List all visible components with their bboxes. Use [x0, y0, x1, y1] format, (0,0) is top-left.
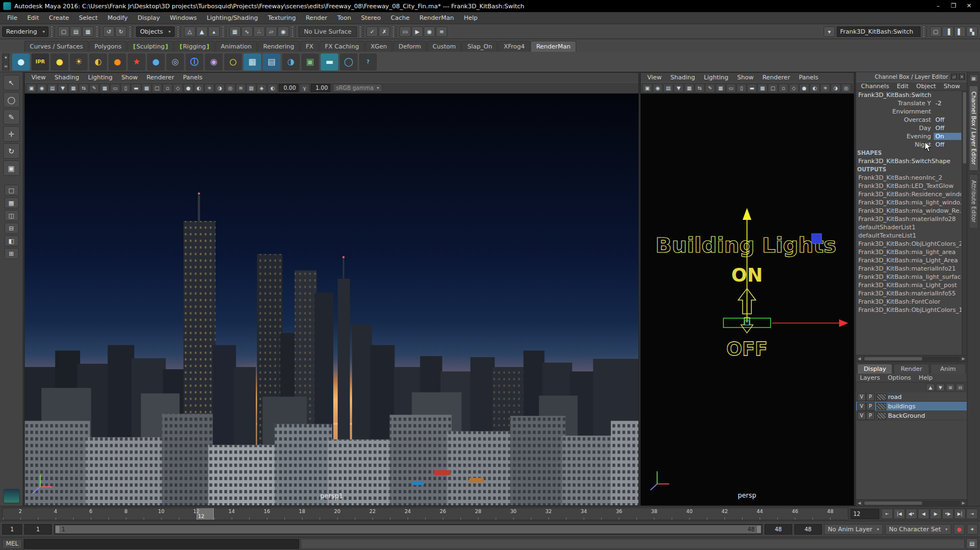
command-line-input[interactable]: [24, 539, 299, 549]
pxr-sphere-light-icon[interactable]: ●: [51, 53, 68, 71]
shaded-icon[interactable]: ●: [799, 84, 809, 93]
make-live-icon[interactable]: ◉: [278, 26, 289, 37]
viewport-menu-item[interactable]: Show: [117, 74, 142, 81]
output-node-name[interactable]: Frank3D_KitBash:mia_light_windo...: [856, 198, 961, 207]
shadows-icon[interactable]: ◑: [215, 84, 225, 93]
output-node-name[interactable]: defaultShaderList1: [856, 223, 961, 231]
gamma-icon[interactable]: γ: [300, 84, 310, 93]
move-tool-icon[interactable]: ✛: [3, 126, 20, 142]
output-node-name[interactable]: Frank3D_KitBash:mia_Light_Area: [856, 256, 961, 265]
open-render-view-icon[interactable]: ▭: [399, 26, 411, 37]
channel-box-toggle-icon[interactable]: ▚: [966, 26, 978, 37]
layer-row[interactable]: V P buildings: [856, 402, 967, 411]
layer-row[interactable]: V P road: [856, 392, 967, 402]
channel-box-menu-item[interactable]: Channels: [857, 83, 893, 90]
hscroll-thumb[interactable]: [864, 502, 922, 505]
play-forward-button[interactable]: ▶: [930, 509, 941, 519]
image-plane-icon[interactable]: ▦: [68, 84, 78, 93]
film-gate-icon[interactable]: ▭: [726, 84, 736, 93]
no-construction-history-icon[interactable]: ✗: [378, 26, 390, 37]
dock-menu-icon[interactable]: ▦: [970, 74, 978, 82]
pxr-surface-material-icon[interactable]: ●: [147, 53, 165, 71]
select-by-object-icon[interactable]: ▲: [196, 26, 208, 37]
output-node-name[interactable]: Frank3D_KitBash:materialInfo28: [856, 215, 961, 223]
render-current-frame-icon[interactable]: ▶: [412, 26, 423, 37]
scroll-left-icon[interactable]: ◀: [856, 501, 863, 505]
selected-node-name[interactable]: Frank3D_KitBash:Switch: [856, 91, 961, 99]
redo-icon[interactable]: ↻: [115, 26, 127, 37]
new-scene-icon[interactable]: ▢: [58, 26, 69, 37]
motion-blur-icon[interactable]: ≋: [236, 84, 246, 93]
layer-playback-toggle[interactable]: P: [866, 393, 875, 401]
resolution-gate-icon[interactable]: ▯: [121, 84, 131, 93]
menu-set-select[interactable]: Rendering ▾: [2, 26, 48, 37]
menu-item[interactable]: Lighting/Shading: [202, 12, 263, 24]
camera-attributes-icon[interactable]: ▤: [663, 84, 673, 93]
go-to-end-button[interactable]: ⇥: [966, 509, 978, 519]
toolbar-grip[interactable]: [923, 26, 927, 37]
hscroll-track[interactable]: [863, 357, 960, 361]
gamma-field[interactable]: 1.00: [311, 84, 331, 92]
snap-to-curve-icon[interactable]: ∿: [241, 26, 253, 37]
current-frame-marker[interactable]: 12: [197, 508, 214, 520]
paint-select-tool-icon[interactable]: ✎: [3, 109, 20, 125]
layout-single-pane-icon[interactable]: □: [4, 185, 19, 196]
render-clapper-icon[interactable]: ▬: [321, 53, 338, 71]
shelf-tab[interactable]: [ Rendering ]: [258, 41, 300, 52]
grid-toggle-icon[interactable]: ▦: [100, 84, 110, 93]
ambient-occlusion-icon[interactable]: ◎: [841, 84, 851, 93]
safe-title-icon[interactable]: ▫: [778, 84, 788, 93]
construction-history-icon[interactable]: ✓: [366, 26, 378, 37]
command-line-language-toggle[interactable]: MEL: [2, 539, 22, 549]
2d-pan-zoom-icon[interactable]: ⇆: [695, 84, 705, 93]
attribute-editor-toggle-icon[interactable]: ▐: [942, 26, 954, 37]
grease-pencil-icon[interactable]: ✎: [89, 84, 99, 93]
step-back-frame-button[interactable]: |◀: [894, 509, 905, 519]
safe-action-icon[interactable]: □: [768, 84, 778, 93]
menu-item[interactable]: Edit: [22, 12, 44, 24]
channel-box-menu-item[interactable]: Edit: [893, 83, 912, 90]
shelf-tab[interactable]: [ Curves / Surfaces ]: [24, 41, 89, 52]
go-to-start-button[interactable]: ⇤: [881, 509, 893, 519]
layer-color-swatch[interactable]: [876, 412, 886, 419]
layer-visibility-toggle[interactable]: V: [857, 402, 866, 411]
toolbar-grip[interactable]: [393, 26, 397, 37]
color-transform-select[interactable]: sRGB gamma ▾: [333, 84, 382, 92]
bookmarks-icon[interactable]: ▼: [58, 84, 68, 93]
menu-item[interactable]: RenderMan: [415, 12, 459, 24]
current-time-field[interactable]: [851, 509, 879, 519]
time-slider[interactable]: 2468101214161820222426283032343638404244…: [2, 508, 848, 520]
dock-icon[interactable]: ▱: [951, 73, 957, 80]
menu-item[interactable]: Stereo: [356, 12, 386, 24]
save-scene-icon[interactable]: ▦: [82, 26, 94, 37]
animation-preferences-button[interactable]: ✦: [967, 524, 978, 535]
dock-tab[interactable]: Channel Box / Layer Editor: [969, 85, 978, 171]
layer-editor-tab[interactable]: Anim: [930, 364, 966, 374]
select-tool-icon[interactable]: ↖: [3, 75, 20, 90]
input-line-options-icon[interactable]: ▾: [824, 26, 835, 37]
renderman-render-globals-icon[interactable]: ●: [12, 53, 30, 71]
toolbar-grip[interactable]: [177, 26, 181, 37]
output-node-name[interactable]: Frank3D_KitBash:Residence_window: [856, 190, 961, 198]
output-node-name[interactable]: Frank3D_KitBash:mia_light_surface1: [856, 273, 961, 281]
live-surface-field[interactable]: No Live Surface: [299, 26, 357, 37]
toolbar-grip[interactable]: [96, 26, 100, 37]
renderman-info-icon[interactable]: ⓘ: [186, 53, 203, 71]
isolate-select-icon[interactable]: ◈: [257, 84, 267, 93]
viewport-menu-item[interactable]: Shading: [50, 74, 84, 81]
output-node-name[interactable]: Frank3D_KitBash:materialInfo21: [856, 265, 961, 273]
auto-keyframe-toggle[interactable]: ●: [954, 524, 965, 535]
script-editor-icon[interactable]: ▤: [966, 538, 978, 549]
layout-four-pane-icon[interactable]: ▦: [4, 197, 19, 208]
channel-value[interactable]: Off: [934, 125, 961, 132]
undo-icon[interactable]: ↺: [103, 26, 115, 37]
viewport-canvas-persp1[interactable]: persp1: [25, 94, 638, 505]
menu-item[interactable]: File: [2, 12, 22, 24]
shelf-tab[interactable]: [ Polygons ]: [89, 41, 127, 52]
use-all-lights-icon[interactable]: ☀: [820, 84, 830, 93]
field-chart-icon[interactable]: ▩: [142, 84, 151, 93]
step-forward-frame-button[interactable]: ▶|: [954, 509, 966, 519]
2d-pan-zoom-icon[interactable]: ⇆: [79, 84, 89, 93]
menu-item[interactable]: Select: [74, 12, 102, 24]
viewport-menu-item[interactable]: Renderer: [142, 74, 178, 81]
